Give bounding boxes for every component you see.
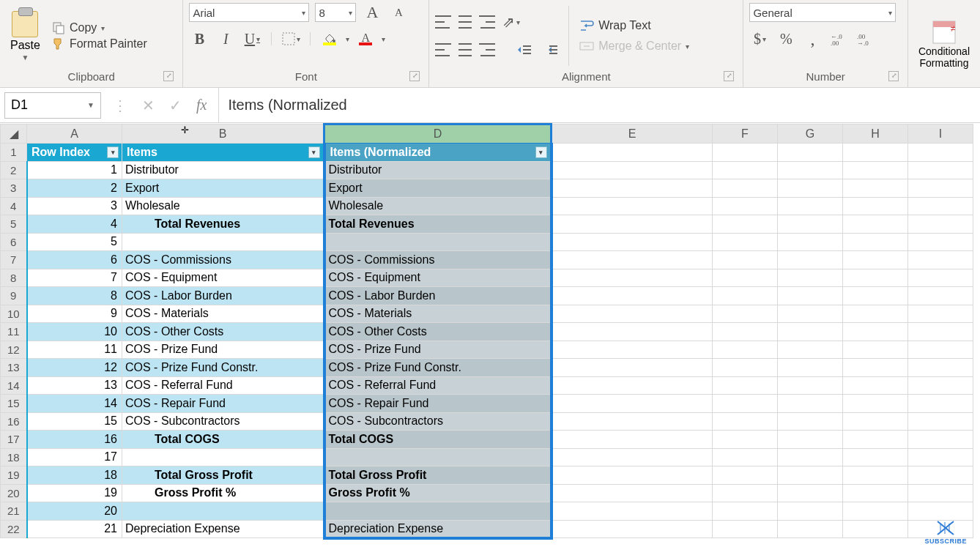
cell[interactable]: COS - Referral Fund <box>324 376 552 395</box>
cell[interactable]: COS - Referral Fund <box>122 376 324 395</box>
table-header-cell[interactable]: Items▾ <box>122 144 324 162</box>
cell[interactable] <box>843 359 908 377</box>
cell[interactable] <box>713 144 778 162</box>
row-header[interactable]: 11 <box>1 323 27 341</box>
cell[interactable]: 15 <box>27 412 122 431</box>
cell[interactable] <box>908 466 973 485</box>
cell[interactable]: Export <box>324 179 552 198</box>
select-all-corner[interactable]: ◢ <box>1 124 27 144</box>
cell[interactable]: COS - Commissions <box>324 251 552 269</box>
currency-button[interactable]: $ ▾ <box>749 29 770 48</box>
cell[interactable]: COS - Labor Burden <box>324 287 552 305</box>
percent-button[interactable]: % <box>776 29 796 48</box>
cell[interactable] <box>778 197 843 215</box>
cell[interactable] <box>713 323 778 341</box>
cell[interactable]: Depreciation Expense <box>122 520 324 538</box>
cell[interactable] <box>908 431 973 449</box>
cell[interactable] <box>713 305 778 323</box>
comma-button[interactable]: , <box>802 29 823 48</box>
cell[interactable] <box>778 448 843 466</box>
cell[interactable]: 11 <box>27 341 122 359</box>
cell[interactable] <box>552 215 713 234</box>
row-header[interactable]: 1 <box>1 144 27 162</box>
col-header-A[interactable]: A <box>27 124 122 144</box>
cell[interactable]: 4 <box>27 215 122 234</box>
row-header[interactable]: 16 <box>1 412 27 431</box>
subscribe-badge[interactable]: SUBSCRIBE <box>924 520 967 545</box>
cell[interactable] <box>843 251 908 269</box>
cell[interactable]: 9 <box>27 305 122 323</box>
align-left-button[interactable] <box>435 43 451 56</box>
cell[interactable] <box>713 448 778 466</box>
cell[interactable]: COS - Subcontractors <box>324 412 552 431</box>
cell[interactable] <box>778 287 843 305</box>
cell[interactable]: 5 <box>27 233 122 251</box>
cell[interactable] <box>552 144 713 162</box>
cell[interactable]: 1 <box>27 161 122 179</box>
cell[interactable] <box>552 287 713 305</box>
cell[interactable] <box>713 341 778 359</box>
row-header[interactable]: 21 <box>1 502 27 521</box>
row-header[interactable]: 2 <box>1 161 27 179</box>
cell[interactable] <box>843 448 908 466</box>
align-right-button[interactable] <box>479 43 495 56</box>
cell[interactable]: Depreciation Expense <box>324 520 552 538</box>
cell[interactable]: 7 <box>27 269 122 287</box>
number-format-combo[interactable]: General▾ <box>749 3 896 22</box>
cell[interactable] <box>908 412 973 431</box>
shrink-font-button[interactable]: A <box>388 3 409 22</box>
cell[interactable] <box>908 323 973 341</box>
cell[interactable]: Total COGS <box>324 431 552 449</box>
cell[interactable] <box>713 431 778 449</box>
copy-button[interactable]: Copy ▾ <box>49 21 150 35</box>
dialog-launcher-icon[interactable]: ⤢ <box>409 71 420 81</box>
table-header-cell[interactable]: Row Index▾ <box>27 144 122 162</box>
fx-icon[interactable]: fx <box>196 97 207 114</box>
row-header[interactable]: 12 <box>1 341 27 359</box>
col-header-G[interactable]: G <box>778 124 843 144</box>
cell[interactable]: 18 <box>27 466 122 485</box>
cell[interactable] <box>778 502 843 521</box>
font-size-combo[interactable]: 8▾ <box>315 3 356 22</box>
col-header-E[interactable]: E <box>552 124 713 144</box>
cell[interactable] <box>552 466 713 485</box>
align-bottom-button[interactable] <box>479 15 495 29</box>
cell[interactable]: COS - Labor Burden <box>122 287 324 305</box>
cell[interactable] <box>778 305 843 323</box>
cell[interactable]: COS - Equipment <box>324 269 552 287</box>
cell[interactable] <box>843 466 908 485</box>
cell[interactable] <box>843 233 908 251</box>
formula-input[interactable]: Items (Normalized <box>218 88 980 122</box>
row-header[interactable]: 5 <box>1 215 27 234</box>
cell[interactable] <box>843 305 908 323</box>
orientation-button[interactable]: ⇗ ▾ <box>501 12 521 31</box>
cell[interactable] <box>843 323 908 341</box>
cell[interactable] <box>908 251 973 269</box>
cell[interactable] <box>552 484 713 502</box>
cell[interactable]: Wholesale <box>324 197 552 215</box>
cell[interactable]: Distributor <box>122 161 324 179</box>
cell[interactable] <box>122 502 324 521</box>
cell[interactable] <box>843 215 908 234</box>
dialog-launcher-icon[interactable]: ⤢ <box>724 71 734 81</box>
cell[interactable]: 10 <box>27 323 122 341</box>
cell[interactable]: 6 <box>27 251 122 269</box>
cell[interactable] <box>778 341 843 359</box>
cell[interactable] <box>908 161 973 179</box>
cell[interactable]: 14 <box>27 395 122 413</box>
col-header-B[interactable]: B <box>122 124 324 144</box>
cell[interactable]: Gross Profit % <box>324 484 552 502</box>
row-header[interactable]: 22 <box>1 520 27 538</box>
cell[interactable] <box>552 412 713 431</box>
cell[interactable]: COS - Materials <box>122 305 324 323</box>
cell[interactable] <box>778 233 843 251</box>
cell[interactable]: COS - Equipment <box>122 269 324 287</box>
font-color-dropdown[interactable]: ▾ <box>382 35 385 43</box>
conditional-formatting-button[interactable]: ≠ Conditional Formatting <box>914 18 974 70</box>
format-painter-button[interactable]: Format Painter <box>49 37 150 51</box>
borders-button[interactable]: ▾ <box>281 29 301 48</box>
cell[interactable] <box>552 431 713 449</box>
cell[interactable] <box>552 341 713 359</box>
row-header[interactable]: 17 <box>1 431 27 449</box>
cell[interactable] <box>908 197 973 215</box>
